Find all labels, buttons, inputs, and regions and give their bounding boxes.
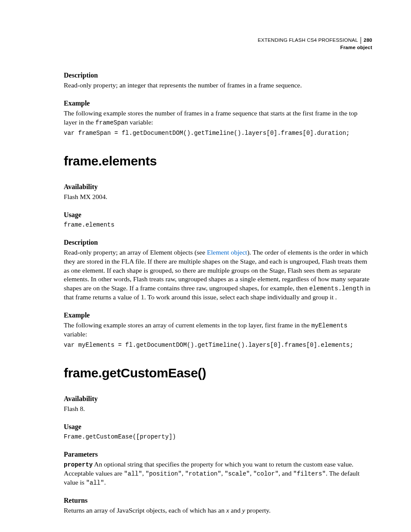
example-heading: Example	[64, 100, 372, 107]
usage-heading: Usage	[64, 423, 372, 431]
param-val-filters: "filters"	[293, 470, 326, 477]
section-title-elements: frame.elements	[64, 154, 372, 168]
element-object-link[interactable]: Element object	[207, 249, 247, 256]
usage-code: frame.elements	[64, 221, 372, 228]
availability-text: Flash 8.	[64, 404, 372, 414]
returns-pre: Returns an array of JavaScript objects, …	[64, 507, 226, 514]
parameters-heading: Parameters	[64, 451, 372, 458]
param-val-color: "color"	[253, 470, 279, 477]
returns-y: y	[242, 507, 245, 514]
param-val-all: "all"	[124, 470, 142, 477]
example-text: The following example stores the number …	[64, 109, 372, 127]
availability-text: Flash MX 2004.	[64, 193, 372, 202]
description-text: Read-only property; an integer that repr…	[64, 81, 372, 90]
example-var: frameSpan	[96, 119, 128, 126]
param-val-rotation: "rotation"	[185, 470, 221, 477]
header-section: Frame object	[64, 44, 372, 51]
example-text: The following example stores an array of…	[64, 321, 372, 339]
running-header: EXTENDING FLASH CS4 PROFESSIONAL280 Fram…	[64, 37, 372, 51]
page-content: EXTENDING FLASH CS4 PROFESSIONAL280 Fram…	[0, 0, 411, 532]
description-text: Read-only property; an array of Element …	[64, 248, 372, 302]
example-heading: Example	[64, 311, 372, 319]
returns-heading: Returns	[64, 497, 372, 504]
doc-title: EXTENDING FLASH CS4 PROFESSIONAL	[258, 37, 361, 44]
section-title-getcustomease: frame.getCustomEase()	[64, 366, 372, 380]
example-text-post: variable:	[64, 330, 87, 338]
param-val-position: "position"	[146, 470, 182, 477]
description-heading: Description	[64, 239, 372, 246]
parameters-text: property An optional string that specifi…	[64, 460, 372, 487]
description-heading: Description	[64, 72, 372, 79]
usage-code: Frame.getCustomEase([property])	[64, 433, 372, 440]
code-block: var myElements = fl.getDocumentDOM().get…	[64, 342, 372, 348]
returns-x: x	[226, 507, 229, 514]
param-name: property	[64, 461, 93, 468]
returns-text: Returns an array of JavaScript objects, …	[64, 506, 372, 515]
availability-heading: Availability	[64, 395, 372, 403]
code-block: var frameSpan = fl.getDocumentDOM().getT…	[64, 130, 372, 137]
desc-code: elements.length	[309, 285, 364, 292]
param-default: "all"	[86, 479, 104, 486]
example-var: myElements	[311, 322, 347, 329]
usage-heading: Usage	[64, 211, 372, 219]
page-number: 280	[361, 37, 372, 43]
param-val-scale: "scale"	[224, 470, 250, 477]
returns-mid: and	[229, 507, 242, 514]
availability-heading: Availability	[64, 183, 372, 191]
desc-pre: Read-only property; an array of Element …	[64, 249, 207, 256]
returns-post: property.	[245, 507, 271, 514]
example-text-pre: The following example stores an array of…	[64, 321, 311, 329]
example-text-post: variable:	[128, 118, 153, 126]
